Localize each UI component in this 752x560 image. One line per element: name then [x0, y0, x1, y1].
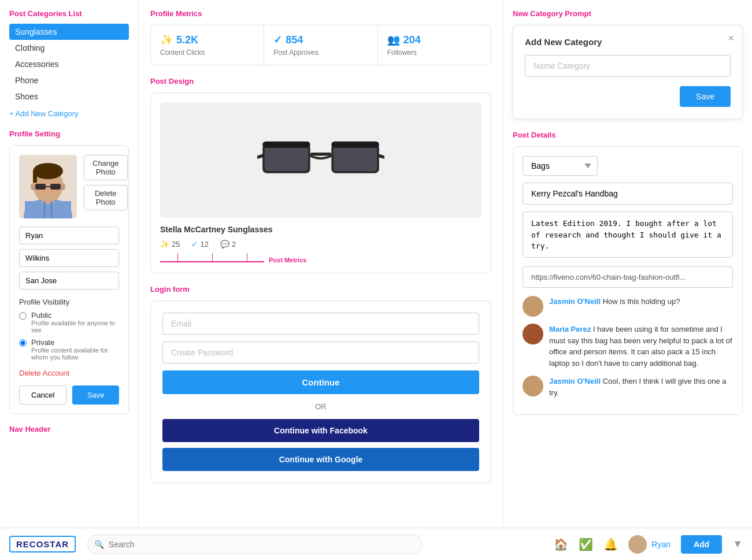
profile-metrics-title: Profile Metrics — [150, 9, 491, 18]
nav-search-input[interactable] — [87, 535, 423, 554]
comment-text-1: How is this holding up? — [603, 297, 680, 306]
profile-setting-title: Profile Setting — [9, 129, 129, 138]
save-button[interactable]: Save — [72, 385, 119, 405]
post-approves-metric: ✓ 854 Post Approves — [264, 25, 377, 65]
stat-comments-value: 2 — [232, 240, 236, 249]
category-item-accessories[interactable]: Accessories — [9, 56, 129, 72]
product-name: Stella McCartney Sunglasses — [160, 225, 481, 234]
category-item-phone[interactable]: Phone — [9, 72, 129, 88]
login-card: Continue OR Continue with Facebook Conti… — [150, 301, 491, 483]
last-name-input[interactable] — [19, 249, 119, 267]
clicks-stat: ✨ 25 — [160, 240, 180, 249]
comment-body-3: Jasmin O'Neill Cool, then I think I will… — [549, 376, 733, 398]
svg-rect-15 — [50, 201, 53, 218]
category-item-shoes[interactable]: Shoes — [9, 88, 129, 105]
nav-search-container: 🔍 — [87, 535, 423, 554]
email-input[interactable] — [162, 313, 479, 335]
new-category-modal: × Add New Category Save — [513, 25, 743, 119]
continue-button[interactable]: Continue — [162, 370, 479, 394]
profile-card: Change Photo Delete Photo Profile Visibi… — [9, 145, 129, 414]
category-item-clothing[interactable]: Clothing — [9, 40, 129, 56]
modal-close-button[interactable]: × — [728, 32, 734, 44]
save-category-button[interactable]: Save — [680, 86, 731, 107]
approves-icon: ✓ — [273, 34, 282, 46]
nav-icons: 🏠 ✅ 🔔 Ryan Add ▼ — [554, 535, 743, 554]
add-new-category-link[interactable]: + Add New Category — [9, 109, 129, 118]
svg-rect-6 — [33, 171, 37, 183]
category-list: Sunglasses Clothing Accessories Phone Sh… — [9, 24, 129, 105]
login-form-title: Login form — [150, 285, 491, 294]
content-clicks-metric: ✨ 5.2K Content Clicks — [151, 25, 264, 65]
stat-comments-icon: 💬 — [220, 240, 229, 249]
comment-avatar-2 — [523, 324, 543, 344]
notification-icon-button[interactable]: 🔔 — [603, 537, 618, 551]
svg-line-21 — [257, 156, 262, 159]
password-input[interactable] — [162, 342, 479, 364]
clicks-value: 5.2K — [176, 34, 198, 46]
post-metrics-label: Post Metrics — [269, 257, 306, 264]
stat-clicks-icon: ✨ — [160, 240, 169, 249]
comment-body-1: Jasmin O'Neill How is this holding up? — [549, 296, 680, 307]
cancel-button[interactable]: Cancel — [19, 385, 66, 405]
change-photo-button[interactable]: Change Photo — [84, 155, 128, 180]
comments-section: Jasmin O'Neill How is this holding up? M… — [523, 296, 733, 398]
delete-account-link[interactable]: Delete Account — [19, 369, 119, 377]
comment-author-2: Maria Perez — [549, 325, 591, 333]
nav-username[interactable]: Ryan — [651, 540, 670, 549]
private-label: Private — [31, 338, 119, 347]
nav-logo[interactable]: RECOSTAR — [9, 536, 76, 552]
comment-avatar-3 — [523, 376, 543, 396]
metrics-row: ✨ 5.2K Content Clicks ✓ 854 Post Approve… — [150, 25, 491, 65]
profile-photo — [19, 155, 77, 218]
svg-rect-14 — [43, 201, 46, 218]
nav-user-avatar — [628, 535, 647, 554]
private-radio[interactable] — [19, 339, 27, 347]
check-icon-button[interactable]: ✅ — [579, 537, 593, 551]
svg-point-5 — [33, 163, 63, 179]
add-button[interactable]: Add — [681, 535, 722, 554]
followers-label: Followers — [387, 49, 481, 57]
comment-body-2: Maria Perez I have been using it for som… — [549, 324, 733, 369]
svg-rect-20 — [310, 153, 332, 155]
facebook-button[interactable]: Continue with Facebook — [162, 419, 479, 442]
product-url-input[interactable] — [523, 266, 733, 288]
google-button[interactable]: Continue with Google — [162, 448, 479, 471]
category-name-input[interactable] — [525, 55, 731, 77]
product-description-textarea[interactable]: Latest Edition 2019. I bought after a lo… — [523, 212, 733, 258]
stat-clicks-value: 25 — [172, 240, 180, 249]
bottom-nav: RECOSTAR 🔍 🏠 ✅ 🔔 Ryan Add ▼ — [0, 528, 752, 560]
comment-row-1: Jasmin O'Neill How is this holding up? — [523, 296, 733, 317]
public-radio[interactable] — [19, 312, 27, 320]
modal-title: Add New Category — [525, 37, 731, 47]
comments-stat: 💬 2 — [220, 240, 236, 249]
delete-photo-button[interactable]: Delete Photo — [84, 185, 128, 210]
followers-value: 204 — [403, 34, 421, 46]
post-categories-title: Post Categories List — [9, 9, 129, 18]
stat-approves-value: 12 — [200, 240, 208, 249]
nav-user: Ryan — [628, 535, 670, 554]
post-design-title: Post Design — [150, 77, 491, 86]
category-item-sunglasses[interactable]: Sunglasses — [9, 24, 129, 40]
home-icon-button[interactable]: 🏠 — [554, 537, 568, 551]
post-details-card: Bags Latest Edition 2019. I bought after… — [513, 146, 743, 415]
comment-row-3: Jasmin O'Neill Cool, then I think I will… — [523, 376, 733, 398]
first-name-input[interactable] — [19, 227, 119, 244]
new-category-section-title: New Category Prompt — [513, 9, 743, 18]
private-sublabel: Profile content available for whom you f… — [31, 347, 119, 361]
svg-rect-7 — [35, 184, 46, 190]
chevron-down-icon[interactable]: ▼ — [732, 538, 743, 550]
svg-rect-17 — [265, 146, 308, 171]
svg-rect-23 — [262, 142, 310, 148]
svg-rect-19 — [334, 146, 377, 171]
approves-label: Post Approves — [273, 49, 368, 57]
clicks-icon: ✨ — [160, 34, 173, 46]
public-label: Public — [31, 311, 119, 320]
followers-icon: 👥 — [387, 34, 400, 46]
approves-value: 854 — [286, 34, 303, 46]
product-title-input[interactable] — [523, 183, 733, 205]
comment-author-1: Jasmin O'Neill — [549, 297, 601, 306]
city-input[interactable] — [19, 272, 119, 290]
svg-point-12 — [31, 183, 35, 190]
search-icon: 🔍 — [94, 540, 104, 549]
category-select[interactable]: Bags — [523, 156, 598, 176]
